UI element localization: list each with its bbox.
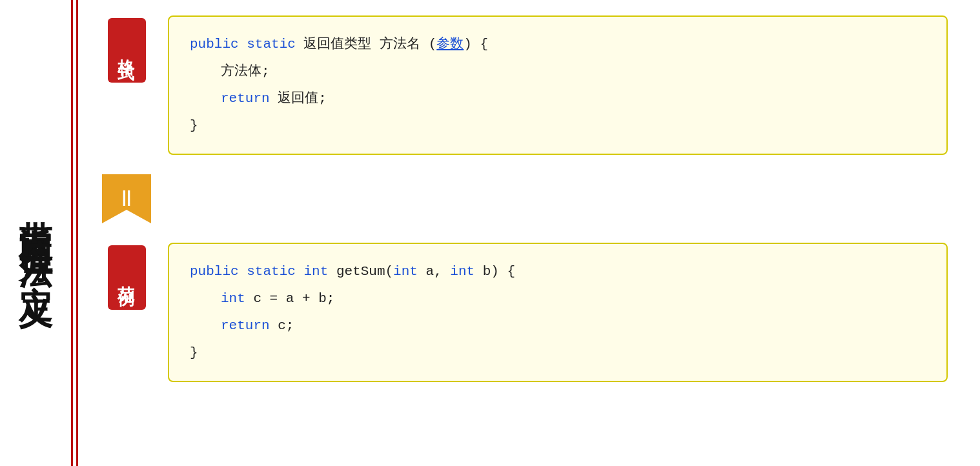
format-body: 方法体; <box>221 64 270 79</box>
format-return-val: 返回值; <box>270 91 327 106</box>
ex-assign: c = a + b; <box>245 291 335 306</box>
format-brace-close: } <box>190 118 198 133</box>
example-line-2: int c = a + b; <box>190 285 926 312</box>
format-section: 格式 public static 返回值类型 方法名 (参数) { 方法体; r… <box>101 15 948 155</box>
bookmark-wrap: || <box>101 174 152 223</box>
format-brace-open: ) { <box>464 37 488 52</box>
example-badge-wrap: 范例 <box>101 243 152 310</box>
ex-kw-int2: int <box>393 264 418 279</box>
bookmark-icon: || <box>102 174 151 223</box>
format-space1 <box>239 37 247 52</box>
main-title-bottom: 定义 <box>13 259 58 272</box>
format-line-4: } <box>190 112 926 139</box>
format-kw-return: return <box>221 91 270 106</box>
ex-param-b: b) { <box>475 264 515 279</box>
format-param: 参数 <box>436 37 464 52</box>
format-kw-public: public <box>190 37 239 52</box>
separator-lines <box>71 0 81 466</box>
example-section: 范例 public static int getSum(int a, int b… <box>101 243 948 382</box>
ex-kw-public: public <box>190 264 239 279</box>
ex-kw-int4: int <box>221 291 245 306</box>
ex-brace-close: } <box>190 345 198 360</box>
format-kw-static: static <box>247 37 296 52</box>
ex-method-name: getSum( <box>328 264 393 279</box>
separator-column <box>71 0 81 466</box>
separator-line-left <box>71 0 73 466</box>
format-return-type: 返回值类型 方法名 ( <box>296 37 436 52</box>
separator-line-right <box>76 0 78 466</box>
format-line-3: return 返回值; <box>190 85 926 112</box>
format-code-block: public static 返回值类型 方法名 (参数) { 方法体; retu… <box>168 15 948 155</box>
svg-text:||: || <box>122 187 132 207</box>
format-badge: 格式 <box>108 18 146 83</box>
format-line-2: 方法体; <box>190 58 926 85</box>
middle-row: || <box>101 168 948 230</box>
ex-kw-return: return <box>221 318 270 333</box>
ex-space1 <box>239 264 247 279</box>
page-layout: 带返回值方法 定义 格式 public static 返回值类型 方法名 (参数… <box>0 0 980 466</box>
format-badge-wrap: 格式 <box>101 15 152 83</box>
format-line-1: public static 返回值类型 方法名 (参数) { <box>190 31 926 58</box>
main-content-column: 格式 public static 返回值类型 方法名 (参数) { 方法体; r… <box>81 0 980 466</box>
ex-kw-static: static <box>247 264 296 279</box>
ex-kw-int1: int <box>303 264 328 279</box>
example-line-3: return c; <box>190 312 926 339</box>
ex-kw-int3: int <box>450 264 475 279</box>
ex-return-val: c; <box>270 318 294 333</box>
example-line-4: } <box>190 339 926 367</box>
main-title-top: 带返回值方法 <box>19 194 52 233</box>
left-title-column: 带返回值方法 定义 <box>0 0 71 466</box>
example-line-1: public static int getSum(int a, int b) { <box>190 258 926 285</box>
example-badge: 范例 <box>108 245 146 310</box>
ex-space2 <box>296 264 304 279</box>
ex-param-a: a, <box>418 264 450 279</box>
example-code-block: public static int getSum(int a, int b) {… <box>168 243 948 382</box>
